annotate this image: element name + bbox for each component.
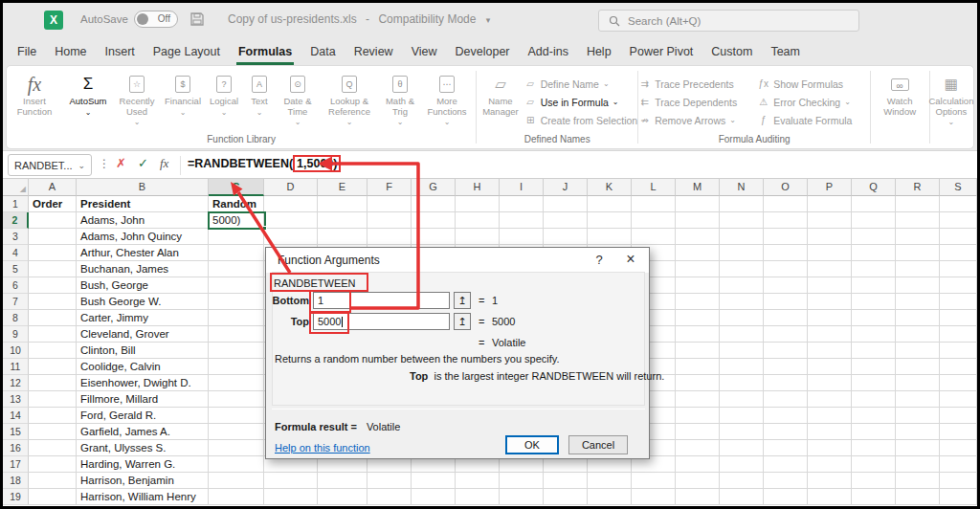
cell-m16[interactable] [676, 440, 720, 456]
cell-r13[interactable] [896, 391, 940, 408]
tab-home[interactable]: Home [53, 38, 88, 65]
cell-b8[interactable]: Carter, Jimmy [77, 310, 209, 326]
cell-n19[interactable] [720, 489, 764, 505]
cell-c16[interactable] [209, 440, 264, 456]
cell-o6[interactable] [764, 277, 808, 294]
cell-j2[interactable] [544, 212, 588, 229]
cell-a18[interactable] [29, 473, 77, 489]
cell-a8[interactable] [29, 310, 77, 326]
ribbon-button-error-checking[interactable]: ⚠Error Checking⌄ [757, 93, 870, 111]
cell-n9[interactable] [720, 326, 764, 343]
cell-m8[interactable] [676, 310, 720, 326]
column-header-k[interactable]: K [588, 179, 632, 196]
column-header-j[interactable]: J [544, 179, 588, 196]
cell-f2[interactable] [368, 212, 412, 229]
column-header-h[interactable]: H [456, 179, 500, 196]
cell-r7[interactable] [896, 294, 940, 310]
cell-n4[interactable] [720, 245, 764, 261]
row-header-13[interactable]: 13 [3, 391, 29, 408]
cell-q5[interactable] [852, 261, 896, 277]
ribbon-button-trace-dependents[interactable]: ⇇Trace Dependents [638, 93, 757, 111]
cell-m12[interactable] [676, 375, 720, 391]
ribbon-button-lookup-reference[interactable]: QLookup & Reference⌄ [320, 70, 379, 133]
cell-p4[interactable] [808, 245, 852, 261]
cell-q16[interactable] [852, 440, 896, 456]
column-header-l[interactable]: L [632, 179, 676, 196]
cell-n3[interactable] [720, 229, 764, 245]
help-link[interactable]: Help on this function [275, 442, 370, 454]
cell-h2[interactable] [456, 212, 500, 229]
cell-m5[interactable] [676, 261, 720, 277]
cell-o13[interactable] [764, 391, 808, 408]
column-header-n[interactable]: N [720, 179, 764, 196]
cell-n16[interactable] [720, 440, 764, 456]
cell-p8[interactable] [808, 310, 852, 326]
cell-o16[interactable] [764, 440, 808, 456]
cell-a12[interactable] [29, 375, 77, 391]
ribbon-button-financial[interactable]: $Financial⌄ [161, 70, 205, 133]
cell-r15[interactable] [896, 424, 940, 440]
cell-p3[interactable] [808, 229, 852, 245]
cell-p7[interactable] [808, 294, 852, 310]
cell-r18[interactable] [896, 473, 940, 489]
cell-i1[interactable] [500, 196, 544, 212]
column-header-d[interactable]: D [264, 179, 318, 196]
column-header-r[interactable]: R [896, 179, 940, 196]
cell-m6[interactable] [676, 277, 720, 294]
cell-c10[interactable] [209, 343, 264, 359]
cell-n12[interactable] [720, 375, 764, 391]
column-header-e[interactable]: E [318, 179, 368, 196]
cell-s1[interactable] [940, 196, 977, 212]
name-manager-button[interactable]: ▱ Name Manager [477, 70, 523, 133]
cell-p16[interactable] [808, 440, 852, 456]
fill-handle[interactable] [262, 226, 267, 231]
cell-n15[interactable] [720, 424, 764, 440]
cell-r3[interactable] [896, 229, 940, 245]
cell-c19[interactable] [209, 489, 264, 505]
cell-r11[interactable] [896, 359, 940, 375]
row-header-3[interactable]: 3 [3, 229, 29, 245]
cell-m18[interactable] [676, 473, 720, 489]
collapse-dialog-button[interactable]: ↥ [454, 313, 471, 330]
cell-q17[interactable] [852, 456, 896, 473]
column-header-g[interactable]: G [412, 179, 456, 196]
cell-c7[interactable] [209, 294, 264, 310]
cell-o12[interactable] [764, 375, 808, 391]
cell-s6[interactable] [940, 277, 977, 294]
row-header-12[interactable]: 12 [3, 375, 29, 391]
column-header-m[interactable]: M [676, 179, 720, 196]
ribbon-button-create-from-selection[interactable]: ⊞Create from Selection [524, 111, 638, 129]
cell-n14[interactable] [720, 408, 764, 424]
cell-o15[interactable] [764, 424, 808, 440]
row-header-18[interactable]: 18 [3, 473, 29, 489]
cell-a2[interactable] [29, 212, 77, 229]
insert-function-button[interactable]: fx Insert Function [7, 70, 62, 133]
cell-s2[interactable] [940, 212, 977, 229]
cell-q7[interactable] [852, 294, 896, 310]
cell-o3[interactable] [764, 229, 808, 245]
cell-q4[interactable] [852, 245, 896, 261]
row-header-11[interactable]: 11 [3, 359, 29, 375]
cell-o8[interactable] [764, 310, 808, 326]
cell-m11[interactable] [676, 359, 720, 375]
cell-c3[interactable] [209, 229, 264, 245]
cell-q11[interactable] [852, 359, 896, 375]
dialog-close-button[interactable]: × [622, 251, 639, 268]
cell-n13[interactable] [720, 391, 764, 408]
cell-a13[interactable] [29, 391, 77, 408]
cell-p15[interactable] [808, 424, 852, 440]
cell-n17[interactable] [720, 456, 764, 473]
cell-q12[interactable] [852, 375, 896, 391]
cell-m10[interactable] [676, 343, 720, 359]
cell-n1[interactable] [720, 196, 764, 212]
cell-a15[interactable] [29, 424, 77, 440]
cell-j18[interactable] [544, 473, 588, 489]
tab-review[interactable]: Review [352, 38, 395, 65]
cell-b4[interactable]: Arthur, Chester Alan [77, 245, 209, 261]
cell-m19[interactable] [676, 489, 720, 505]
cell-p12[interactable] [808, 375, 852, 391]
column-header-f[interactable]: F [368, 179, 412, 196]
cell-d3[interactable] [264, 229, 318, 245]
cell-l3[interactable] [632, 229, 676, 245]
cell-c11[interactable] [209, 359, 264, 375]
